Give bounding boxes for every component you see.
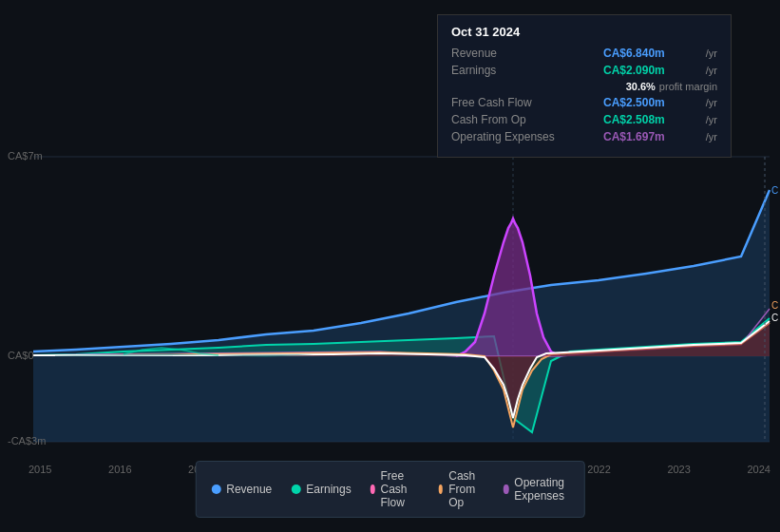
tooltip-revenue-label: Revenue [451, 47, 565, 60]
tooltip-op-expenses-row: Operating Expenses CA$1.697m /yr [451, 130, 717, 143]
x-label-2024: 2024 [747, 464, 770, 475]
tooltip-op-expenses-suffix: /yr [706, 131, 717, 142]
tooltip-cash-from-op-value: CA$2.508m [603, 113, 665, 126]
legend-cash-from-op-label: Cash From Op [448, 469, 485, 509]
tooltip-revenue-row: Revenue CA$6.840m /yr [451, 47, 717, 60]
chart-legend: Revenue Earnings Free Cash Flow Cash Fro… [195, 461, 585, 518]
legend-revenue[interactable]: Revenue [211, 483, 272, 496]
y-axis-zero: CA$0 [8, 350, 34, 361]
tooltip-free-cash-suffix: /yr [706, 97, 717, 108]
legend-free-cash-label: Free Cash Flow [381, 469, 420, 509]
y-axis-top: CA$7m [8, 150, 43, 162]
x-label-2015: 2015 [29, 464, 51, 475]
legend-earnings-label: Earnings [306, 483, 351, 496]
tooltip-free-cash-value: CA$2.500m [603, 96, 665, 109]
tooltip-earnings-label: Earnings [451, 64, 565, 77]
tooltip-free-cash-row: Free Cash Flow CA$2.500m /yr [451, 96, 717, 109]
tooltip-date: Oct 31 2024 [451, 25, 717, 39]
legend-revenue-dot [211, 484, 220, 494]
tooltip-op-expenses-value: CA$1.697m [603, 130, 665, 143]
legend-op-expenses[interactable]: Operating Expenses [504, 476, 569, 503]
tooltip-profit-pct: 30.6% [626, 81, 656, 92]
legend-revenue-label: Revenue [226, 483, 272, 496]
x-label-2016: 2016 [108, 464, 131, 475]
tooltip-cash-from-op-row: Cash From Op CA$2.508m /yr [451, 113, 717, 126]
y-axis-bottom: -CA$3m [8, 435, 46, 446]
chart-container: C C C CA$7m CA$0 -CA$3m 2015 2016 2017 2… [0, 0, 780, 532]
tooltip-op-expenses-label: Operating Expenses [451, 130, 565, 143]
tooltip-profit-label: profit margin [659, 81, 717, 92]
legend-cash-from-op-dot [438, 484, 443, 494]
tooltip-earnings-value: CA$2.090m [603, 64, 665, 77]
legend-op-expenses-label: Operating Expenses [514, 476, 568, 503]
svg-text:C: C [771, 300, 778, 311]
legend-cash-from-op[interactable]: Cash From Op [438, 469, 485, 509]
svg-text:C: C [771, 185, 778, 196]
tooltip-revenue-suffix: /yr [706, 48, 717, 59]
tooltip-cash-from-op-suffix: /yr [706, 114, 717, 125]
legend-earnings-dot [291, 484, 300, 494]
legend-earnings[interactable]: Earnings [291, 483, 351, 496]
data-tooltip: Oct 31 2024 Revenue CA$6.840m /yr Earnin… [437, 14, 732, 158]
legend-free-cash-dot [371, 484, 375, 494]
tooltip-profit-row: 30.6% profit margin [451, 81, 717, 92]
tooltip-free-cash-label: Free Cash Flow [451, 96, 565, 109]
tooltip-revenue-value: CA$6.840m [603, 47, 665, 60]
svg-text:C: C [771, 313, 778, 323]
tooltip-cash-from-op-label: Cash From Op [451, 113, 565, 126]
legend-free-cash[interactable]: Free Cash Flow [371, 469, 420, 509]
x-label-2023: 2023 [667, 464, 690, 475]
tooltip-earnings-row: Earnings CA$2.090m /yr [451, 64, 717, 77]
legend-op-expenses-dot [504, 484, 508, 494]
tooltip-earnings-suffix: /yr [706, 65, 717, 76]
x-label-2022: 2022 [587, 464, 610, 475]
